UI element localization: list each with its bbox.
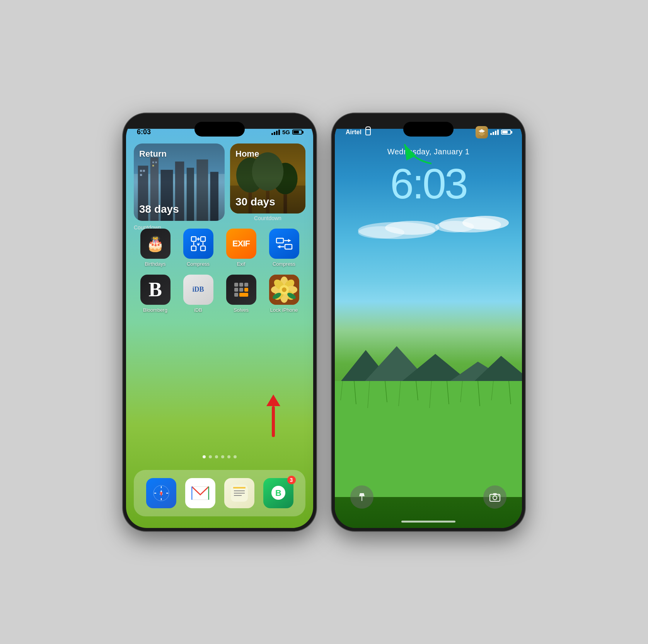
widget-home[interactable]: Home 30 days [230,143,305,214]
svg-rect-107 [498,495,499,496]
svg-rect-106 [493,493,497,495]
signal-bar-3 [276,131,278,135]
red-arrow-line [272,406,275,437]
app-bloomberg-icon: B [140,275,171,305]
app-birthdays-icon: 🎂 [140,229,171,259]
app-lockiphone-icon [269,275,299,305]
red-arrow [266,395,280,437]
exif-text-label: EXIF [232,239,250,249]
svg-rect-43 [239,288,243,292]
app-compress2-item[interactable]: Compress [267,229,302,267]
dot-4 [221,455,224,458]
signal-bars-icon [271,130,280,135]
app-lockiphone-label: Lock iPhone [270,307,298,313]
lock-signal-bar-1 [490,133,492,135]
svg-rect-25 [191,246,196,251]
svg-rect-71 [233,487,246,489]
svg-rect-41 [244,283,248,287]
flashlight-icon [357,492,367,502]
lock-status-left: Airtel [346,129,371,136]
widget-return[interactable]: Return 38 days [134,143,225,221]
dot-1 [203,455,206,458]
svg-rect-23 [191,237,196,241]
svg-rect-88 [335,381,522,497]
dot-2 [209,455,212,458]
flashlight-button[interactable] [350,485,373,509]
svg-rect-39 [234,283,238,287]
phone-lock: Airtel [332,113,525,531]
whatsapp-icon: B [269,484,287,502]
home-indicator[interactable] [401,521,455,523]
dock-safari-icon[interactable] [146,478,176,508]
app-grid: 🎂 Birthdays [134,229,305,321]
app-row-2: B Bloomberg iDB iDB [134,275,305,313]
svg-marker-35 [288,239,291,242]
dock-notes-icon[interactable] [224,478,254,508]
phone-home: 6:03 5G [123,113,316,531]
whatsapp-badge: 3 [287,476,296,484]
clouds-svg [335,209,522,248]
app-row-1: 🎂 Birthdays [134,229,305,267]
grass-svg [335,381,522,497]
lock-signal-bars [490,130,499,135]
lock-signal-bar-3 [495,131,496,135]
app-exif-icon: EXIF [226,229,256,259]
battery-fill [293,131,299,133]
app-compress-item[interactable]: → Compress [181,229,216,267]
dock-gmail-icon[interactable] [185,478,215,508]
app-compress-label: Compress [187,261,210,267]
green-arrow [397,137,439,169]
app-compress-icon: → [183,229,213,259]
app-exif-label: Exif [237,261,246,267]
widget-return-days: 38 days [139,203,219,215]
app-lockiphone-item[interactable]: Lock iPhone [267,275,302,313]
compress-symbol-icon: → [190,235,207,252]
svg-rect-24 [201,237,205,241]
app-solves-icon [226,275,256,305]
battery-tip [511,131,512,133]
app-idb-item[interactable]: iDB iDB [181,275,216,313]
gmail-envelope-icon [191,486,209,500]
app-compress2-icon [269,229,299,259]
notes-icon [231,485,248,502]
lock-battery-fill [502,131,508,133]
svg-rect-33 [276,238,283,243]
red-arrow-head [266,395,280,406]
dynamic-island-2 [403,122,454,137]
green-arrow-svg [397,137,439,167]
svg-point-57 [282,287,286,292]
widget-overlay: Return 38 days [134,143,225,221]
app-bloomberg-label: Bloomberg [143,307,167,313]
svg-point-82 [358,226,404,239]
app-birthdays-item[interactable]: 🎂 Birthdays [138,229,173,267]
app-bloomberg-item[interactable]: B Bloomberg [138,275,173,313]
status-time: 6:03 [137,128,151,136]
compress2-symbol-icon [276,235,293,252]
bloomberg-b-label: B [148,278,162,301]
dot-5 [227,455,230,458]
camera-button[interactable] [483,485,506,509]
widget-home-days: 30 days [235,196,300,208]
svg-text:→: → [196,240,201,246]
app-idb-label: iDB [194,307,202,313]
lock-battery-icon [501,130,511,135]
lock-signal-bar-4 [497,130,499,135]
svg-text:B: B [275,488,281,498]
app-solves-item[interactable]: Solves [224,275,259,313]
app-solves-label: Solves [234,307,249,313]
widget-return-title: Return [139,149,219,159]
signal-bar-2 [274,132,275,135]
battery-icon [292,130,302,135]
dot-3 [215,455,218,458]
svg-rect-26 [201,246,205,251]
dock-whatsapp-icon[interactable]: B 3 [263,478,293,508]
app-idb-icon: iDB [183,275,213,305]
app-exif-item[interactable]: EXIF Exif [224,229,259,267]
signal-bar-4 [278,130,280,135]
svg-point-79 [435,221,474,232]
layers-app-icon [476,126,488,138]
svg-rect-42 [234,288,238,292]
carrier-name: Airtel [346,129,362,136]
widget-home-title: Home [235,149,300,159]
app-compress2-label: Compress [273,261,295,267]
